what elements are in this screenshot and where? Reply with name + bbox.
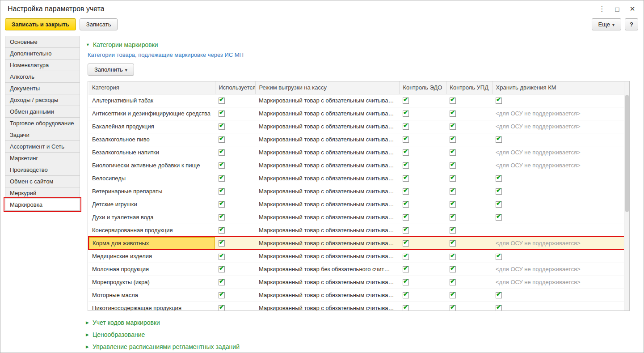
cash-register-mode-cell[interactable]: Маркированный товар без обязательного сч… xyxy=(255,263,399,276)
km-checkbox[interactable]: ✔ xyxy=(496,214,502,221)
sidebar-item-zadachi[interactable]: Задачи xyxy=(5,129,80,141)
cash-register-mode-cell[interactable]: Маркированный товар с обязательным считы… xyxy=(255,133,399,146)
save-button[interactable]: Записать xyxy=(80,18,118,30)
cash-register-mode-cell[interactable]: Маркированный товар с обязательным считы… xyxy=(255,237,399,250)
edo-checkbox[interactable]: ✔ xyxy=(403,123,409,130)
upd-checkbox[interactable]: ✔ xyxy=(450,254,456,260)
category-cell[interactable]: Ветеринарные препараты xyxy=(88,185,215,198)
km-checkbox[interactable]: ✔ xyxy=(496,136,502,143)
upd-checkbox[interactable]: ✔ xyxy=(450,111,456,117)
cash-register-mode-cell[interactable]: Маркированный товар с обязательным считы… xyxy=(255,107,399,120)
sidebar-item-obmen-dannymi[interactable]: Обмен данными xyxy=(5,106,80,118)
sidebar-item-nomenklatura[interactable]: Номенклатура xyxy=(5,59,80,71)
cash-register-mode-cell[interactable]: Маркированный товар с обязательным считы… xyxy=(255,250,399,263)
sidebar-item-dokumenty[interactable]: Документы xyxy=(5,82,80,94)
sidebar-item-merkuriy[interactable]: Меркурий xyxy=(5,187,80,199)
cash-register-mode-cell[interactable]: Маркированный товар с обязательным считы… xyxy=(255,185,399,198)
edo-checkbox[interactable]: ✔ xyxy=(403,227,409,234)
km-checkbox[interactable]: ✔ xyxy=(496,98,502,104)
used-checkbox[interactable]: ✔ xyxy=(219,188,225,195)
edo-checkbox[interactable]: ✔ xyxy=(403,111,409,117)
cash-register-mode-cell[interactable]: Маркированный товар с обязательным считы… xyxy=(255,211,399,224)
section-upravlenie-raspisaniyami[interactable]: ▶Управление расписаниями регламентных за… xyxy=(86,340,644,353)
category-cell[interactable]: Молочная продукция xyxy=(88,263,215,276)
used-checkbox[interactable]: ✔ xyxy=(219,175,225,182)
sidebar-item-dohody-rashody[interactable]: Доходы / расходы xyxy=(5,94,80,106)
section-tsenoobrazovanie[interactable]: ▶Ценообразование xyxy=(86,328,644,340)
cash-register-mode-cell[interactable]: Маркированный товар с обязательным считы… xyxy=(255,159,399,172)
used-checkbox[interactable]: ✔ xyxy=(219,98,225,104)
cash-register-mode-cell[interactable]: Маркированный товар с обязательным считы… xyxy=(255,120,399,133)
category-cell[interactable]: Альтернативный табак xyxy=(88,94,215,107)
vertical-scrollbar[interactable] xyxy=(624,81,629,310)
category-cell[interactable]: Морепродукты (икра) xyxy=(88,276,215,289)
upd-checkbox[interactable]: ✔ xyxy=(450,98,456,104)
used-checkbox[interactable]: ✔ xyxy=(219,123,225,130)
cash-register-mode-cell[interactable]: Маркированный товар с обязательным считы… xyxy=(255,94,399,107)
edo-checkbox[interactable]: ✔ xyxy=(403,136,409,143)
category-cell[interactable]: Безалкогольное пиво xyxy=(88,133,215,146)
cash-register-mode-cell[interactable]: Маркированный товар с обязательным считы… xyxy=(255,276,399,289)
edo-checkbox[interactable]: ✔ xyxy=(403,292,409,298)
sidebar-item-obmen-s-saytom[interactable]: Обмен с сайтом xyxy=(5,175,80,187)
used-checkbox[interactable]: ✔ xyxy=(219,162,225,169)
upd-checkbox[interactable]: ✔ xyxy=(450,214,456,221)
used-checkbox[interactable]: ✔ xyxy=(219,240,225,247)
edo-checkbox[interactable]: ✔ xyxy=(403,175,409,182)
km-checkbox[interactable]: ✔ xyxy=(496,175,502,182)
category-cell[interactable]: Детские игрушки xyxy=(88,198,215,211)
column-header[interactable]: Используется xyxy=(215,81,255,94)
edo-checkbox[interactable]: ✔ xyxy=(403,201,409,208)
upd-checkbox[interactable]: ✔ xyxy=(450,266,456,272)
used-checkbox[interactable]: ✔ xyxy=(219,254,225,260)
edo-checkbox[interactable]: ✔ xyxy=(403,98,409,104)
sidebar-item-proizvodstvo[interactable]: Производство xyxy=(5,164,80,176)
section-uchet-kodov-markirovki[interactable]: ▶Учет кодов маркировки xyxy=(86,316,644,328)
edo-checkbox[interactable]: ✔ xyxy=(403,240,409,247)
cash-register-mode-cell[interactable]: Маркированный товар с обязательным считы… xyxy=(255,224,399,237)
upd-checkbox[interactable]: ✔ xyxy=(450,188,456,195)
used-checkbox[interactable]: ✔ xyxy=(219,305,225,311)
edo-checkbox[interactable]: ✔ xyxy=(403,254,409,260)
upd-checkbox[interactable]: ✔ xyxy=(450,175,456,182)
section-marking-categories[interactable]: ▼ Категории маркировки xyxy=(86,39,644,50)
category-cell[interactable]: Биологически активные добавки к пище xyxy=(88,159,215,172)
scrollbar-thumb[interactable] xyxy=(625,95,629,212)
more-button[interactable]: Еще▾ xyxy=(592,18,621,30)
km-checkbox[interactable]: ✔ xyxy=(496,305,502,311)
used-checkbox[interactable]: ✔ xyxy=(219,227,225,234)
close-button[interactable]: ✕ xyxy=(626,3,639,15)
cash-register-mode-cell[interactable]: Маркированный товар с обязательным считы… xyxy=(255,172,399,185)
category-cell[interactable]: Никотиносодержащая продукция xyxy=(88,302,215,311)
category-cell[interactable]: Велосипеды xyxy=(88,172,215,185)
column-header[interactable]: Категория xyxy=(88,81,215,94)
edo-checkbox[interactable]: ✔ xyxy=(403,214,409,221)
used-checkbox[interactable]: ✔ xyxy=(219,111,225,117)
fill-button[interactable]: Заполнить▾ xyxy=(88,64,134,76)
edo-checkbox[interactable]: ✔ xyxy=(403,305,409,311)
edo-checkbox[interactable]: ✔ xyxy=(403,162,409,169)
used-checkbox[interactable]: ✔ xyxy=(219,201,225,208)
used-checkbox[interactable]: ✔ xyxy=(219,214,225,221)
upd-checkbox[interactable]: ✔ xyxy=(450,240,456,247)
edo-checkbox[interactable]: ✔ xyxy=(403,149,409,156)
upd-checkbox[interactable]: ✔ xyxy=(450,162,456,169)
upd-checkbox[interactable]: ✔ xyxy=(450,149,456,156)
edo-checkbox[interactable]: ✔ xyxy=(403,279,409,285)
category-cell[interactable]: Медицинские изделия xyxy=(88,250,215,263)
category-cell[interactable]: Антисептики и дезинфицирующие средства xyxy=(88,107,215,120)
used-checkbox[interactable]: ✔ xyxy=(219,292,225,298)
category-cell[interactable]: Бакалейная продукция xyxy=(88,120,215,133)
window-menu-button[interactable]: ⋮ xyxy=(595,3,609,15)
category-cell[interactable]: Духи и туалетная вода xyxy=(88,211,215,224)
sidebar-item-osnovnye[interactable]: Основные xyxy=(5,36,80,48)
upd-checkbox[interactable]: ✔ xyxy=(450,305,456,311)
upd-checkbox[interactable]: ✔ xyxy=(450,292,456,298)
upd-checkbox[interactable]: ✔ xyxy=(450,279,456,285)
used-checkbox[interactable]: ✔ xyxy=(219,279,225,285)
sidebar-item-marketing[interactable]: Маркетинг xyxy=(5,152,80,164)
edo-checkbox[interactable]: ✔ xyxy=(403,188,409,195)
sidebar-item-assortiment-i-set[interactable]: Ассортимент и Сеть xyxy=(5,140,80,153)
category-cell[interactable]: Безалкогольные напитки xyxy=(88,146,215,159)
category-cell[interactable]: Консервированная продукция xyxy=(88,224,215,237)
